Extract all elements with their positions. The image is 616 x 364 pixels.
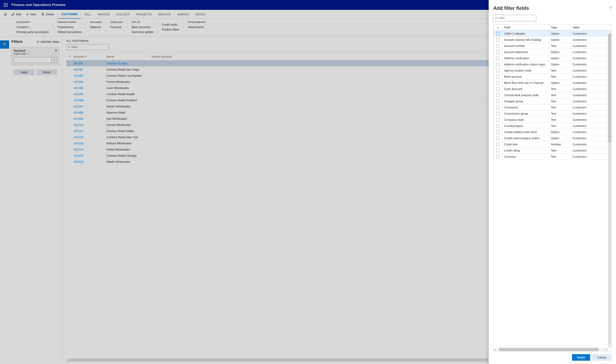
field-table-name: Customers xyxy=(571,49,611,55)
col-header-sort[interactable] xyxy=(493,24,503,30)
col-header-type[interactable]: Type xyxy=(549,24,571,30)
field-checkbox[interactable] xyxy=(496,118,500,121)
field-name: 1099-C indicator xyxy=(503,31,549,37)
field-row[interactable]: Central bank purpose codeTextCustomers xyxy=(493,92,611,98)
field-table-name: Customers xyxy=(571,147,611,153)
scroll-thumb[interactable] xyxy=(608,34,611,143)
field-row[interactable]: Company chainTextCustomers xyxy=(493,117,611,123)
svg-line-23 xyxy=(497,18,497,19)
field-checkbox[interactable] xyxy=(496,69,500,72)
scroll-thumb[interactable] xyxy=(499,348,599,351)
field-table-name: Customers xyxy=(571,61,611,67)
cancel-button[interactable]: Cancel xyxy=(592,354,612,361)
field-row[interactable]: Credit limitNumberCustomers xyxy=(493,141,611,147)
field-row[interactable]: CurrencyTextCustomers xyxy=(493,154,611,160)
field-checkbox[interactable] xyxy=(496,38,500,41)
field-checkbox[interactable] xyxy=(496,93,500,97)
col-header-table[interactable]: Table xyxy=(571,24,611,30)
field-checkbox[interactable] xyxy=(496,149,500,152)
field-name: Company chain xyxy=(503,117,549,123)
field-type: Text xyxy=(549,123,571,129)
field-table-name: Customers xyxy=(571,117,611,123)
scroll-left-icon[interactable]: ‹ xyxy=(493,348,497,351)
field-checkbox[interactable] xyxy=(496,106,500,109)
field-checkbox[interactable] xyxy=(496,155,500,158)
field-table-name: Customers xyxy=(571,141,611,147)
field-table-header: Field Type Table xyxy=(493,24,611,31)
field-row[interactable]: Accepts express bill of ladingOptionCust… xyxy=(493,37,611,43)
field-name: Agency location code xyxy=(503,67,549,73)
field-table-name: Customers xyxy=(571,123,611,129)
scroll-right-icon[interactable]: › xyxy=(605,348,608,351)
field-row[interactable]: Country/regionTextCustomers xyxy=(493,123,611,129)
add-filter-fields-panel: Add filter fields ? Field Type Table 109… xyxy=(489,0,616,364)
field-type: Text xyxy=(549,92,571,98)
field-row[interactable]: Account numberTextCustomers xyxy=(493,43,611,49)
field-row[interactable]: Create intercompany ordersOptionCustomer… xyxy=(493,135,611,141)
field-checkbox[interactable] xyxy=(496,112,500,115)
field-type: Number xyxy=(549,141,571,147)
panel-filter-box[interactable] xyxy=(493,15,536,21)
field-table-name: Customers xyxy=(571,86,611,92)
field-checkbox[interactable] xyxy=(496,137,500,140)
field-row[interactable]: Commission groupTextCustomers xyxy=(493,111,611,117)
field-name: Create intercompany orders xyxy=(503,135,549,141)
field-type: Option xyxy=(549,135,571,141)
field-table-name: Customers xyxy=(571,37,611,43)
field-name: Block floor limit use in Channel xyxy=(503,80,549,86)
field-table-name: Customers xyxy=(571,80,611,86)
field-checkbox[interactable] xyxy=(496,87,500,91)
field-name: Bank account xyxy=(503,74,549,79)
field-name: Accepts express bill of lading xyxy=(503,37,549,43)
field-name: Account number xyxy=(503,43,549,49)
field-row[interactable]: Account statementOptionCustomers xyxy=(493,49,611,55)
field-checkbox[interactable] xyxy=(496,124,500,128)
field-checkbox[interactable] xyxy=(496,130,500,134)
field-row[interactable]: Bank accountTextCustomers xyxy=(493,74,611,80)
field-checkbox[interactable] xyxy=(496,75,500,78)
field-row[interactable]: Cash discountTextCustomers xyxy=(493,86,611,92)
svg-point-22 xyxy=(495,17,497,19)
insert-button[interactable]: Insert xyxy=(572,354,590,361)
field-type: Text xyxy=(549,98,571,104)
field-name: Central bank purpose code xyxy=(503,92,549,98)
field-table-name: Customers xyxy=(571,55,611,61)
field-type: Text xyxy=(549,74,571,79)
field-type: Text xyxy=(549,111,571,117)
field-type: Option xyxy=(549,129,571,135)
field-name: Comments xyxy=(503,104,549,110)
panel-vertical-scrollbar[interactable] xyxy=(608,31,611,348)
scroll-down-icon[interactable] xyxy=(608,345,611,348)
field-checkbox[interactable] xyxy=(496,57,500,60)
panel-horizontal-scrollbar[interactable]: ‹ › xyxy=(493,348,608,351)
field-row[interactable]: Block floor limit use in ChannelOptionCu… xyxy=(493,80,611,86)
field-checkbox[interactable] xyxy=(496,32,500,35)
field-row[interactable]: Credit ratingTextCustomers xyxy=(493,147,611,154)
panel-filter-input[interactable] xyxy=(499,16,534,20)
col-header-field[interactable]: Field xyxy=(503,24,549,30)
field-checkbox[interactable] xyxy=(496,100,500,103)
field-type: Text xyxy=(549,117,571,123)
field-row[interactable]: Address verification status requi...Opti… xyxy=(493,61,611,67)
field-table: Field Type Table 1099-C indicatorOptionC… xyxy=(493,24,612,351)
field-row[interactable]: 1099-C indicatorOptionCustomers xyxy=(493,31,611,37)
field-row[interactable]: Create indirect order linesOptionCustome… xyxy=(493,129,611,135)
field-checkbox[interactable] xyxy=(496,51,500,54)
field-type: Text xyxy=(549,147,571,153)
field-table-name: Customers xyxy=(571,98,611,104)
field-checkbox[interactable] xyxy=(496,44,500,48)
scroll-up-icon[interactable] xyxy=(608,31,611,34)
field-row[interactable]: Address verificationOptionCustomers xyxy=(493,55,611,61)
field-type: Option xyxy=(549,31,571,37)
field-type: Option xyxy=(549,49,571,55)
field-checkbox[interactable] xyxy=(496,63,500,66)
panel-title: Add filter fields xyxy=(493,5,529,11)
field-checkbox[interactable] xyxy=(496,143,500,146)
field-name: Address verification status requi... xyxy=(503,61,549,67)
help-icon[interactable]: ? xyxy=(609,6,612,11)
field-checkbox[interactable] xyxy=(496,81,500,84)
field-row[interactable]: Charges groupTextCustomers xyxy=(493,98,611,104)
field-row[interactable]: Agency location codeTextCustomers xyxy=(493,67,611,74)
field-row[interactable]: CommentsTextCustomers xyxy=(493,104,611,111)
field-table-name: Customers xyxy=(571,111,611,117)
